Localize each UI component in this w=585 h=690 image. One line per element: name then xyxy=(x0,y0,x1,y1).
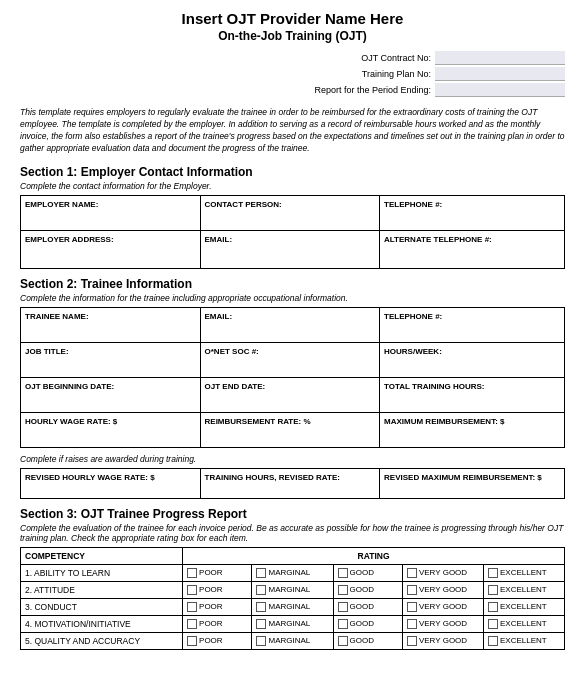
s3-item-4-good[interactable]: GOOD xyxy=(333,615,402,632)
s3-item-row-5: 5. QUALITY AND ACCURACY POOR MARGINAL GO… xyxy=(21,632,565,649)
s2-row1: TRAINEE NAME: EMAIL: TELEPHONE #: xyxy=(21,307,565,342)
s3-rating-header: RATING xyxy=(183,547,565,564)
checkbox-icon[interactable] xyxy=(256,585,266,595)
s3-item-5-good[interactable]: GOOD xyxy=(333,632,402,649)
s3-item-4-marginal[interactable]: MARGINAL xyxy=(252,615,333,632)
s3-item-row-2: 2. ATTITUDE POOR MARGINAL GOOD VERY GOOD… xyxy=(21,581,565,598)
checkbox-icon[interactable] xyxy=(187,602,197,612)
s3-item-4-excellent[interactable]: EXCELLENT xyxy=(483,615,564,632)
section3-sub: Complete the evaluation of the trainee f… xyxy=(20,523,565,543)
checkbox-icon[interactable] xyxy=(338,619,348,629)
s3-item-1-good[interactable]: GOOD xyxy=(333,564,402,581)
checkbox-icon[interactable] xyxy=(407,585,417,595)
checkbox-icon[interactable] xyxy=(407,636,417,646)
checkbox-icon[interactable] xyxy=(407,602,417,612)
s2-r5-c2: TRAINING HOURS, REVISED RATE: xyxy=(200,468,380,498)
s3-item-3-label: 3. CONDUCT xyxy=(21,598,183,615)
s2-r2-c1: JOB TITLE: xyxy=(21,342,201,377)
checkbox-icon[interactable] xyxy=(187,585,197,595)
s3-item-2-marginal[interactable]: MARGINAL xyxy=(252,581,333,598)
s3-competency-header: COMPETENCY xyxy=(21,547,183,564)
checkbox-icon[interactable] xyxy=(488,636,498,646)
plan-input[interactable] xyxy=(435,67,565,81)
s3-item-1-excellent[interactable]: EXCELLENT xyxy=(483,564,564,581)
s3-item-4-verygood[interactable]: VERY GOOD xyxy=(402,615,483,632)
s3-item-3-good[interactable]: GOOD xyxy=(333,598,402,615)
checkbox-icon[interactable] xyxy=(338,602,348,612)
s3-item-2-poor[interactable]: POOR xyxy=(183,581,252,598)
s3-item-5-verygood[interactable]: VERY GOOD xyxy=(402,632,483,649)
section2-revised-table: REVISED HOURLY WAGE RATE: $ TRAINING HOU… xyxy=(20,468,565,499)
s3-item-1-poor[interactable]: POOR xyxy=(183,564,252,581)
s3-header-row: COMPETENCY RATING xyxy=(21,547,565,564)
period-input[interactable] xyxy=(435,83,565,97)
s3-item-2-excellent[interactable]: EXCELLENT xyxy=(483,581,564,598)
checkbox-icon[interactable] xyxy=(256,619,266,629)
s2-r3-c1: OJT BEGINNING DATE: xyxy=(21,377,201,412)
s2-row3: OJT BEGINNING DATE: OJT END DATE: TOTAL … xyxy=(21,377,565,412)
section2-title: Section 2: Trainee Information xyxy=(20,277,565,291)
s2-r4-c2: REIMBURSEMENT RATE: % xyxy=(200,412,380,447)
checkbox-icon[interactable] xyxy=(338,585,348,595)
s3-item-3-excellent[interactable]: EXCELLENT xyxy=(483,598,564,615)
s2-r3-c2: OJT END DATE: xyxy=(200,377,380,412)
s3-item-5-label: 5. QUALITY AND ACCURACY xyxy=(21,632,183,649)
s2-r3-c3: TOTAL TRAINING HOURS: xyxy=(380,377,565,412)
intro-text: This template requires employers to regu… xyxy=(20,107,565,155)
main-title: Insert OJT Provider Name Here xyxy=(20,10,565,27)
checkbox-icon[interactable] xyxy=(187,568,197,578)
s3-item-4-poor[interactable]: POOR xyxy=(183,615,252,632)
s2-row2: JOB TITLE: O*NET SOC #: HOURS/WEEK: xyxy=(21,342,565,377)
s2-r2-c2: O*NET SOC #: xyxy=(200,342,380,377)
s2-r1-c3: TELEPHONE #: xyxy=(380,307,565,342)
checkbox-icon[interactable] xyxy=(488,585,498,595)
s3-item-2-verygood[interactable]: VERY GOOD xyxy=(402,581,483,598)
section1-table: EMPLOYER NAME: CONTACT PERSON: TELEPHONE… xyxy=(20,195,565,269)
section3-title: Section 3: OJT Trainee Progress Report xyxy=(20,507,565,521)
s1-r2-c1: EMPLOYER ADDRESS: xyxy=(21,230,201,268)
contract-input[interactable] xyxy=(435,51,565,65)
s3-item-3-verygood[interactable]: VERY GOOD xyxy=(402,598,483,615)
section1-title: Section 1: Employer Contact Information xyxy=(20,165,565,179)
checkbox-icon[interactable] xyxy=(256,568,266,578)
checkbox-icon[interactable] xyxy=(256,636,266,646)
section1-sub: Complete the contact information for the… xyxy=(20,181,565,191)
s3-item-row-4: 4. MOTIVATION/INITIATIVE POOR MARGINAL G… xyxy=(21,615,565,632)
checkbox-icon[interactable] xyxy=(338,636,348,646)
s2-r1-c1: TRAINEE NAME: xyxy=(21,307,201,342)
s2-r4-c1: HOURLY WAGE RATE: $ xyxy=(21,412,201,447)
checkbox-icon[interactable] xyxy=(488,568,498,578)
s1-r2-c2: EMAIL: xyxy=(200,230,380,268)
sub-title: On-the-Job Training (OJT) xyxy=(20,29,565,43)
checkbox-icon[interactable] xyxy=(488,619,498,629)
s3-item-row-1: 1. ABILITY TO LEARN POOR MARGINAL GOOD V… xyxy=(21,564,565,581)
period-label: Report for the Period Ending: xyxy=(314,85,431,95)
s2-r5-c3: REVISED MAXIMUM REIMBURSEMENT: $ xyxy=(380,468,565,498)
s3-item-5-poor[interactable]: POOR xyxy=(183,632,252,649)
s1-r1-c2: CONTACT PERSON: xyxy=(200,195,380,230)
s3-item-1-marginal[interactable]: MARGINAL xyxy=(252,564,333,581)
s3-item-5-marginal[interactable]: MARGINAL xyxy=(252,632,333,649)
s2-r2-c3: HOURS/WEEK: xyxy=(380,342,565,377)
s2-row4: HOURLY WAGE RATE: $ REIMBURSEMENT RATE: … xyxy=(21,412,565,447)
checkbox-icon[interactable] xyxy=(256,602,266,612)
s2-r1-c2: EMAIL: xyxy=(200,307,380,342)
checkbox-icon[interactable] xyxy=(407,568,417,578)
s3-item-5-excellent[interactable]: EXCELLENT xyxy=(483,632,564,649)
s3-item-1-label: 1. ABILITY TO LEARN xyxy=(21,564,183,581)
s3-item-3-poor[interactable]: POOR xyxy=(183,598,252,615)
s1-r1-c3: TELEPHONE #: xyxy=(380,195,565,230)
section3-table: COMPETENCY RATING 1. ABILITY TO LEARN PO… xyxy=(20,547,565,650)
checkbox-icon[interactable] xyxy=(407,619,417,629)
checkbox-icon[interactable] xyxy=(187,619,197,629)
s3-item-2-label: 2. ATTITUDE xyxy=(21,581,183,598)
s3-item-1-verygood[interactable]: VERY GOOD xyxy=(402,564,483,581)
checkbox-icon[interactable] xyxy=(488,602,498,612)
s3-item-3-marginal[interactable]: MARGINAL xyxy=(252,598,333,615)
contract-label: OJT Contract No: xyxy=(361,53,431,63)
checkbox-icon[interactable] xyxy=(338,568,348,578)
top-fields: OJT Contract No: Training Plan No: Repor… xyxy=(20,51,565,99)
plan-label: Training Plan No: xyxy=(362,69,431,79)
s3-item-2-good[interactable]: GOOD xyxy=(333,581,402,598)
checkbox-icon[interactable] xyxy=(187,636,197,646)
